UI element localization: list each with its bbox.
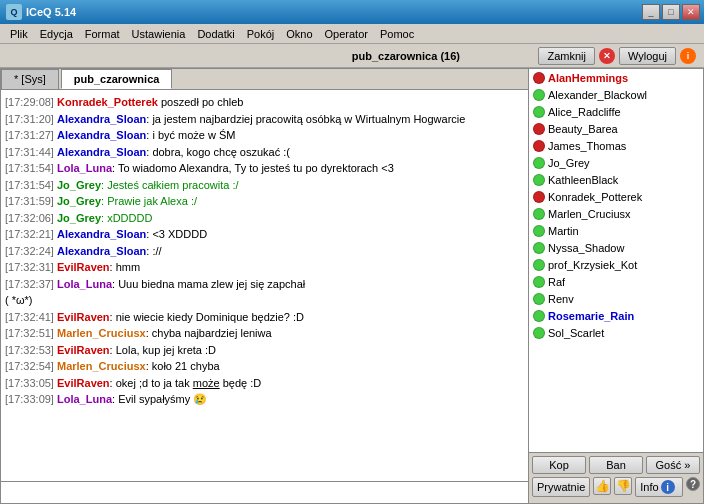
- list-item[interactable]: Jo_Grey: [529, 154, 703, 171]
- chat-line: [17:33:09] Lola_Luna: Evil sypałyśmy 😢: [5, 391, 524, 408]
- user-name: Jo_Grey: [548, 157, 590, 169]
- tab-sys[interactable]: * [Sys]: [1, 69, 59, 89]
- menu-pomoc[interactable]: Pomoc: [374, 26, 420, 42]
- btn-row-top: Kop Ban Gość »: [532, 456, 700, 474]
- menu-pokoj[interactable]: Pokój: [241, 26, 281, 42]
- user-list[interactable]: AlanHemmings Alexander_Blackowl Alice_Ra…: [529, 69, 703, 452]
- tabs: * [Sys] pub_czarownica: [1, 69, 528, 90]
- list-item[interactable]: Sol_Scarlet: [529, 324, 703, 341]
- list-item[interactable]: Beauty_Barea: [529, 120, 703, 137]
- chat-line: [17:31:54] Lola_Luna: To wiadomo Alexand…: [5, 160, 524, 177]
- menu-format[interactable]: Format: [79, 26, 126, 42]
- status-icon: [533, 208, 545, 220]
- chat-line: [17:32:24] Alexandra_Sloan: ://: [5, 243, 524, 260]
- title-buttons: _ □ ✕: [642, 4, 700, 20]
- list-item[interactable]: AlanHemmings: [529, 69, 703, 86]
- tab-pub-czarownica[interactable]: pub_czarownica: [61, 69, 173, 89]
- orange-icon: i: [680, 48, 696, 64]
- close-circle-icon[interactable]: ✕: [599, 48, 615, 64]
- zamknij-button[interactable]: Zamknij: [538, 47, 595, 65]
- bottom-buttons: Kop Ban Gość » Prywatnie 👍 👎 Info i ?: [529, 452, 703, 503]
- user-name: KathleenBlack: [548, 174, 618, 186]
- status-icon: [533, 89, 545, 101]
- maximize-button[interactable]: □: [662, 4, 680, 20]
- menu-edycja[interactable]: Edycja: [34, 26, 79, 42]
- menu-okno[interactable]: Okno: [280, 26, 318, 42]
- chat-line: [17:31:44] Alexandra_Sloan: dobra, kogo …: [5, 144, 524, 161]
- ban-button[interactable]: Ban: [589, 456, 643, 474]
- info-circle-icon: i: [661, 480, 675, 494]
- app-icon: Q: [6, 4, 22, 20]
- gosc-button[interactable]: Gość »: [646, 456, 700, 474]
- chat-line: [17:31:59] Jo_Grey: Prawie jak Alexa :/: [5, 193, 524, 210]
- list-item[interactable]: Konradek_Potterek: [529, 188, 703, 205]
- status-icon: [533, 174, 545, 186]
- chat-line: [17:32:31] EvilRaven: hmm: [5, 259, 524, 276]
- help-button[interactable]: ?: [686, 477, 700, 491]
- user-name: Nyssa_Shadow: [548, 242, 624, 254]
- list-item[interactable]: Rosemarie_Rain: [529, 307, 703, 324]
- user-name: Sol_Scarlet: [548, 327, 604, 339]
- chat-line: ( *ω*): [5, 292, 524, 309]
- list-item[interactable]: Renv: [529, 290, 703, 307]
- chat-line: [17:32:54] Marlen_Cruciusx: koło 21 chyb…: [5, 358, 524, 375]
- main-layout: * [Sys] pub_czarownica [17:29:08] Konrad…: [0, 68, 704, 504]
- title-bar-left: Q ICeQ 5.14: [6, 4, 76, 20]
- btn-row-bottom: Prywatnie 👍 👎 Info i ?: [532, 477, 700, 497]
- status-icon: [533, 259, 545, 271]
- close-button[interactable]: ✕: [682, 4, 700, 20]
- list-item[interactable]: Alexander_Blackowl: [529, 86, 703, 103]
- user-name: Alexander_Blackowl: [548, 89, 647, 101]
- status-icon: [533, 106, 545, 118]
- input-area: [1, 481, 528, 503]
- chat-area[interactable]: [17:29:08] Konradek_Potterek poszedł po …: [1, 90, 528, 481]
- list-item[interactable]: Marlen_Cruciusx: [529, 205, 703, 222]
- app-title: ICeQ 5.14: [26, 6, 76, 18]
- chat-line: [17:31:54] Jo_Grey: Jesteś całkiem praco…: [5, 177, 524, 194]
- list-item[interactable]: Nyssa_Shadow: [529, 239, 703, 256]
- chat-line: [17:33:05] EvilRaven: okej ;d to ja tak …: [5, 375, 524, 392]
- menu-ustawienia[interactable]: Ustawienia: [126, 26, 192, 42]
- list-item[interactable]: Martin: [529, 222, 703, 239]
- status-icon: [533, 140, 545, 152]
- user-name: Martin: [548, 225, 579, 237]
- chat-line: [17:32:41] EvilRaven: nie wiecie kiedy D…: [5, 309, 524, 326]
- title-bar: Q ICeQ 5.14 _ □ ✕: [0, 0, 704, 24]
- wyloguj-button[interactable]: Wyloguj: [619, 47, 676, 65]
- chat-line: [17:31:20] Alexandra_Sloan: ja jestem na…: [5, 111, 524, 128]
- list-item[interactable]: KathleenBlack: [529, 171, 703, 188]
- status-icon: [533, 276, 545, 288]
- chat-line: [17:32:51] Marlen_Cruciusx: chyba najbar…: [5, 325, 524, 342]
- kop-button[interactable]: Kop: [532, 456, 586, 474]
- menu-bar: Plik Edycja Format Ustawienia Dodatki Po…: [0, 24, 704, 44]
- list-item[interactable]: Alice_Radcliffe: [529, 103, 703, 120]
- status-icon: [533, 191, 545, 203]
- user-name: Marlen_Cruciusx: [548, 208, 631, 220]
- user-name: James_Thomas: [548, 140, 626, 152]
- user-name: AlanHemmings: [548, 72, 628, 84]
- list-item[interactable]: Raf: [529, 273, 703, 290]
- menu-operator[interactable]: Operator: [319, 26, 374, 42]
- status-icon: [533, 327, 545, 339]
- user-name: Beauty_Barea: [548, 123, 618, 135]
- chat-line: [17:29:08] Konradek_Potterek poszedł po …: [5, 94, 524, 111]
- menu-dodatki[interactable]: Dodatki: [191, 26, 240, 42]
- prywatnie-button[interactable]: Prywatnie: [532, 477, 590, 497]
- right-panel: AlanHemmings Alexander_Blackowl Alice_Ra…: [529, 68, 704, 504]
- status-icon: [533, 293, 545, 305]
- thumb-up-button[interactable]: 👍: [593, 477, 611, 495]
- chat-line: [17:32:06] Jo_Grey: xDDDDD: [5, 210, 524, 227]
- left-panel: * [Sys] pub_czarownica [17:29:08] Konrad…: [0, 68, 529, 504]
- list-item[interactable]: James_Thomas: [529, 137, 703, 154]
- minimize-button[interactable]: _: [642, 4, 660, 20]
- channel-title: pub_czarownica (16): [273, 50, 538, 62]
- menu-plik[interactable]: Plik: [4, 26, 34, 42]
- user-name: Renv: [548, 293, 574, 305]
- thumb-down-button[interactable]: 👎: [614, 477, 632, 495]
- info-button[interactable]: Info i: [635, 477, 683, 497]
- chat-input[interactable]: [1, 482, 528, 503]
- chat-line: [17:32:53] EvilRaven: Lola, kup jej kret…: [5, 342, 524, 359]
- status-icon: [533, 310, 545, 322]
- list-item[interactable]: prof_Krzysiek_Kot: [529, 256, 703, 273]
- status-icon: [533, 72, 545, 84]
